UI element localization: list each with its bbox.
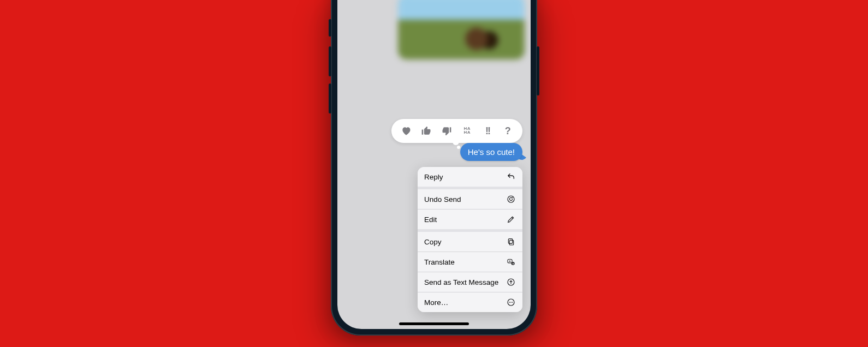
reply-arrow-icon <box>506 172 516 182</box>
arrow-up-circle-icon <box>506 277 516 287</box>
svg-text:文: 文 <box>512 262 514 265</box>
phone-volume-down <box>329 83 331 113</box>
ellipsis-circle-icon <box>506 297 516 307</box>
blurred-photo <box>398 0 525 59</box>
tapback-heart[interactable] <box>400 124 413 137</box>
blurred-photo-stack <box>398 0 525 63</box>
svg-point-9 <box>509 302 510 303</box>
phone-frame: HA HA !! ? He's so cute! <box>331 0 537 336</box>
message-context-menu: Reply Undo Send Edit <box>418 167 522 312</box>
message-text: He's so cute! <box>468 147 515 157</box>
exclaim-icon: !! <box>485 125 490 137</box>
question-icon: ? <box>505 125 511 137</box>
svg-point-0 <box>508 196 514 202</box>
tapback-question[interactable]: ? <box>501 124 514 137</box>
tapback-bar: HA HA !! ? <box>391 119 522 143</box>
phone-mute-switch <box>329 19 331 37</box>
haha-icon: HA HA <box>464 127 471 135</box>
home-indicator[interactable] <box>399 322 469 325</box>
svg-point-10 <box>510 302 512 303</box>
tapback-exclaim[interactable]: !! <box>481 124 494 137</box>
copy-icon <box>506 237 516 247</box>
heart-icon <box>401 125 412 136</box>
phone-volume-up <box>329 46 331 76</box>
menu-item-send-as-text[interactable]: Send as Text Message <box>418 272 522 292</box>
tapback-thumbs-up[interactable] <box>420 124 433 137</box>
menu-label: Edit <box>424 216 437 224</box>
menu-label: Send as Text Message <box>424 278 498 286</box>
sent-message-bubble[interactable]: He's so cute! <box>460 143 522 161</box>
translate-icon: A文 <box>506 257 516 267</box>
menu-label: More… <box>424 298 448 307</box>
menu-label: Reply <box>424 173 443 181</box>
phone-power-button <box>537 46 539 95</box>
thumbs-down-icon <box>441 125 452 136</box>
pencil-icon <box>506 214 516 224</box>
menu-item-reply[interactable]: Reply <box>418 167 522 187</box>
menu-item-undo-send[interactable]: Undo Send <box>418 187 522 209</box>
menu-label: Translate <box>424 258 455 266</box>
thumbs-up-icon <box>421 125 432 136</box>
menu-label: Copy <box>424 238 442 246</box>
menu-item-more[interactable]: More… <box>418 292 522 312</box>
menu-item-translate[interactable]: Translate A文 <box>418 252 522 272</box>
tapback-haha[interactable]: HA HA <box>461 124 474 137</box>
tapback-thumbs-down[interactable] <box>440 124 453 137</box>
svg-point-11 <box>512 302 513 303</box>
svg-text:A: A <box>509 260 511 263</box>
undo-circle-icon <box>506 194 516 204</box>
screen: HA HA !! ? He's so cute! <box>337 0 531 329</box>
svg-rect-1 <box>509 240 513 245</box>
menu-item-edit[interactable]: Edit <box>418 209 522 229</box>
svg-rect-2 <box>508 239 512 244</box>
menu-item-copy[interactable]: Copy <box>418 229 522 252</box>
menu-label: Undo Send <box>424 195 461 204</box>
